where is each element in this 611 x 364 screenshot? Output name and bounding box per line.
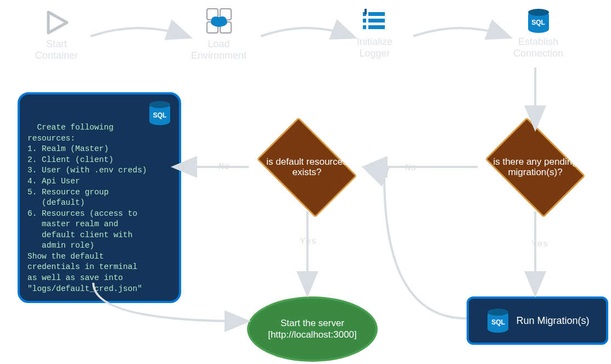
sql-database-icon: SQL [147, 101, 172, 125]
node-label: Establish [518, 36, 558, 47]
node-label: Run Migration(s) [516, 315, 589, 327]
node-label: Start [46, 38, 67, 49]
grid-cloud-icon [205, 7, 233, 35]
arrow [529, 209, 542, 296]
svg-rect-9 [368, 12, 385, 16]
svg-rect-11 [368, 25, 385, 29]
svg-rect-15 [365, 9, 367, 14]
svg-rect-14 [363, 25, 366, 29]
list-icon [362, 9, 388, 33]
svg-rect-10 [368, 19, 385, 23]
node-initialize-logger: Initialize Logger [357, 9, 393, 59]
arrow [88, 20, 192, 53]
sql-database-icon: SQL [485, 309, 511, 333]
node-run-migrations: SQL Run Migration(s) [467, 296, 608, 345]
arrow [301, 209, 314, 296]
node-label: Logger [359, 48, 390, 59]
svg-point-8 [218, 16, 226, 22]
arrow [175, 159, 251, 175]
decision-pending-migrations: is there any pending migration(s)? [478, 126, 593, 209]
arrow [91, 280, 250, 329]
node-start-server: Start the server [http://localhost:3000] [247, 296, 378, 362]
node-label: [http://localhost:3000] [268, 329, 357, 340]
decision-text: is there any pending migration(s)? [490, 157, 581, 177]
node-create-resources: SQL Create following resources: 1. Realm… [18, 92, 181, 303]
decision-default-resources: is default resources exists? [249, 126, 365, 209]
arrow [379, 165, 472, 329]
node-label: Start the server [281, 318, 344, 328]
sql-icon-text: SQL [526, 19, 551, 26]
play-icon [44, 10, 69, 35]
sql-database-icon: SQL [526, 9, 551, 33]
node-label: Connection [513, 48, 563, 59]
node-label: Environment [191, 50, 246, 61]
decision-text: is default resources exists? [261, 157, 352, 177]
svg-rect-13 [363, 19, 366, 23]
sql-icon-text: SQL [147, 111, 172, 120]
node-establish-connection: SQL Establish Connection [513, 9, 563, 59]
node-label: Initialize [357, 36, 393, 47]
arrow [258, 20, 357, 53]
node-label: Container [35, 50, 78, 61]
svg-marker-1 [48, 12, 67, 33]
node-label: Load [208, 38, 230, 49]
node-load-environment: Load Environment [191, 7, 246, 61]
sql-icon-text: SQL [485, 318, 511, 326]
arrow [529, 65, 542, 131]
create-resources-body: Create following resources: 1. Realm (Ma… [27, 123, 147, 293]
node-start-container: Start Container [35, 10, 78, 61]
arrow [411, 20, 512, 53]
